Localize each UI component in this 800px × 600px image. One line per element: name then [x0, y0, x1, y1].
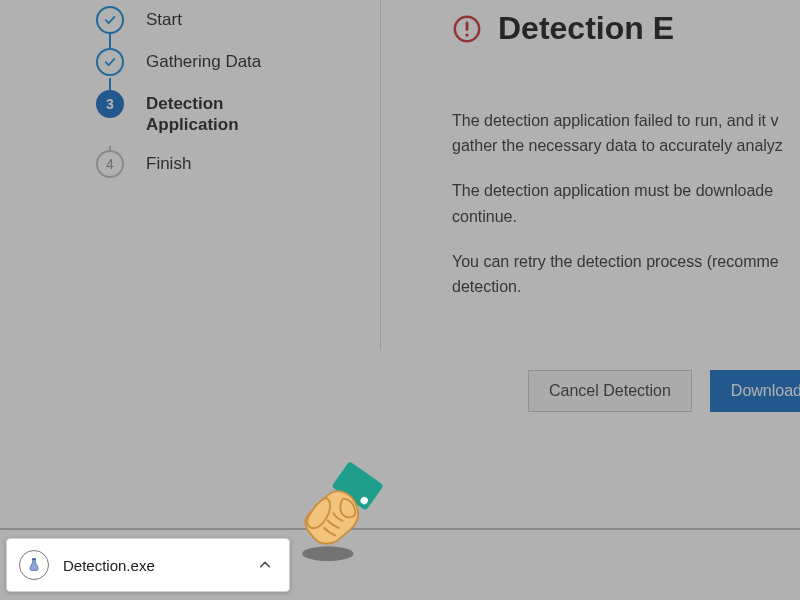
- title-row: Detection E: [452, 10, 800, 47]
- alert-icon: [452, 14, 482, 44]
- horizontal-divider: [0, 528, 800, 530]
- body-text: The detection application must be downlo…: [452, 179, 800, 202]
- step-detection-application[interactable]: 3 Detection Application: [96, 84, 366, 142]
- step-finish[interactable]: 4 Finish: [96, 144, 366, 184]
- body-text: gather the necessary data to accurately …: [452, 134, 800, 157]
- content-area: Detection E The detection application fa…: [452, 10, 800, 320]
- check-icon: [96, 6, 124, 34]
- flask-icon: [19, 550, 49, 580]
- step-label: Start: [146, 6, 182, 30]
- svg-point-2: [465, 33, 468, 36]
- body-text: detection.: [452, 275, 800, 298]
- cancel-button[interactable]: Cancel Detection: [528, 370, 692, 412]
- download-chip[interactable]: Detection.exe: [6, 538, 290, 592]
- vertical-divider: [380, 0, 381, 350]
- step-number-icon: 3: [96, 90, 124, 118]
- body-text: You can retry the detection process (rec…: [452, 250, 800, 273]
- body-text: continue.: [452, 205, 800, 228]
- page-root: Start Gathering Data 3 Detection Applica…: [0, 0, 800, 600]
- step-gathering-data[interactable]: Gathering Data: [96, 42, 366, 82]
- check-icon: [96, 48, 124, 76]
- chevron-up-icon[interactable]: [253, 553, 277, 577]
- step-label: Finish: [146, 150, 191, 174]
- pointing-hand-icon: [282, 462, 392, 572]
- step-label: Detection Application: [146, 90, 306, 136]
- wizard-steps: Start Gathering Data 3 Detection Applica…: [96, 0, 366, 186]
- svg-point-4: [302, 546, 353, 561]
- page-title: Detection E: [498, 10, 674, 47]
- download-filename: Detection.exe: [63, 557, 253, 574]
- svg-rect-1: [466, 21, 469, 30]
- step-label: Gathering Data: [146, 48, 261, 72]
- step-number-icon: 4: [96, 150, 124, 178]
- button-row: Cancel Detection Download and R: [528, 370, 800, 412]
- body-text: The detection application failed to run,…: [452, 109, 800, 132]
- step-start[interactable]: Start: [96, 0, 366, 40]
- svg-rect-3: [32, 558, 36, 559]
- download-retry-button[interactable]: Download and R: [710, 370, 800, 412]
